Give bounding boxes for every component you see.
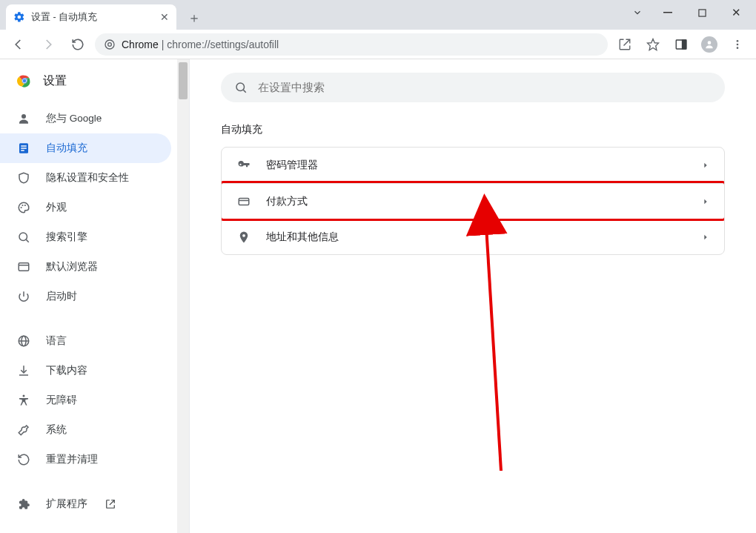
toolbar-actions — [612, 32, 750, 57]
puzzle-icon — [16, 497, 31, 512]
pin-icon — [236, 230, 251, 245]
autofill-card: 密码管理器付款方式地址和其他信息 — [221, 147, 725, 255]
window-controls: ✕ — [624, 1, 753, 24]
card-icon — [236, 194, 251, 209]
sidebar-item-palette[interactable]: 外观 — [0, 193, 171, 222]
window-minimize[interactable] — [651, 1, 685, 24]
sidebar-item-autofill[interactable]: 自动填充 — [0, 133, 171, 163]
globe-icon — [16, 334, 31, 348]
wrench-icon — [16, 423, 31, 437]
refresh-icon — [16, 452, 31, 467]
browser-icon — [16, 259, 31, 274]
search-input[interactable] — [258, 82, 712, 93]
nav-list-tertiary: 扩展程序 — [0, 488, 189, 520]
sidebar-item-power[interactable]: 启动时 — [0, 282, 171, 311]
svg-point-30 — [23, 395, 25, 397]
sidebar-item-label: 搜索引擎 — [46, 231, 87, 244]
sidebar-item-refresh[interactable]: 重置并清理 — [0, 445, 171, 474]
sidebar-item-puzzle[interactable]: 扩展程序 — [0, 489, 171, 519]
sidebar-item-search[interactable]: 搜索引擎 — [0, 222, 171, 252]
sidebar-item-wrench[interactable]: 系统 — [0, 415, 171, 445]
svg-point-22 — [19, 233, 27, 241]
menu-button[interactable] — [725, 32, 750, 57]
window-maximize[interactable] — [685, 1, 719, 24]
sidebar-item-label: 自动填充 — [46, 142, 87, 155]
sidebar-item-label: 默认浏览器 — [46, 260, 98, 274]
window-close[interactable]: ✕ — [719, 1, 753, 24]
sidebar-item-label: 下载内容 — [46, 364, 87, 377]
sidebar-item-download[interactable]: 下载内容 — [0, 356, 171, 385]
site-info-icon[interactable] — [104, 39, 116, 50]
svg-point-31 — [236, 83, 245, 91]
svg-marker-36 — [704, 199, 706, 204]
svg-point-13 — [23, 79, 27, 83]
sidebar-item-browser[interactable]: 默认浏览器 — [0, 252, 171, 282]
content-area: 自动填充 密码管理器付款方式地址和其他信息 — [190, 59, 756, 533]
svg-marker-4 — [648, 39, 659, 50]
svg-point-20 — [21, 205, 23, 206]
svg-line-32 — [243, 90, 245, 92]
sidebar-item-label: 扩展程序 — [46, 497, 87, 511]
svg-rect-6 — [683, 40, 686, 49]
chevron-right-icon — [702, 198, 709, 205]
search-icon — [16, 230, 31, 245]
browser-toolbar: Chrome | chrome://settings/autofill — [0, 30, 756, 59]
settings-row-key[interactable]: 密码管理器 — [222, 148, 724, 183]
sidebar-scrollbar[interactable] — [177, 59, 189, 533]
sidebar-item-label: 重置并清理 — [46, 453, 98, 466]
power-icon — [16, 289, 31, 304]
shield-icon — [16, 171, 31, 185]
sidebar-item-label: 外观 — [46, 201, 67, 214]
sidebar-item-shield[interactable]: 隐私设置和安全性 — [0, 163, 171, 193]
svg-rect-17 — [21, 148, 27, 149]
section-heading: 自动填充 — [221, 123, 725, 136]
address-bar[interactable]: Chrome | chrome://settings/autofill — [95, 33, 608, 56]
page-title: 设置 — [43, 73, 67, 89]
sidebar-item-label: 无障碍 — [46, 394, 77, 407]
key-icon — [236, 158, 251, 173]
sidebar: 设置 您与 Google自动填充隐私设置和安全性外观搜索引擎默认浏览器启动时 语… — [0, 59, 190, 533]
svg-rect-16 — [21, 145, 27, 147]
svg-line-23 — [26, 239, 28, 242]
sidebar-item-label: 系统 — [46, 423, 67, 437]
sidebar-item-person[interactable]: 您与 Google — [0, 104, 171, 133]
tab-search-button[interactable] — [624, 1, 651, 24]
svg-point-8 — [737, 40, 739, 42]
chrome-logo-icon — [16, 73, 33, 89]
side-panel-icon[interactable] — [669, 32, 694, 57]
new-tab-button[interactable]: ＋ — [184, 7, 205, 28]
settings-search[interactable] — [221, 73, 725, 102]
nav-list-secondary: 语言下载内容无障碍系统重置并清理 — [0, 325, 189, 476]
svg-point-14 — [21, 114, 26, 119]
svg-rect-34 — [239, 198, 249, 205]
row-label: 密码管理器 — [266, 159, 687, 172]
url-text: Chrome | chrome://settings/autofill — [122, 39, 279, 50]
download-icon — [16, 363, 31, 378]
reload-button[interactable] — [65, 32, 90, 57]
sidebar-item-label: 语言 — [46, 334, 67, 348]
profile-button[interactable] — [697, 32, 722, 57]
chevron-right-icon — [702, 234, 709, 241]
svg-marker-37 — [704, 234, 706, 239]
chevron-right-icon — [702, 162, 709, 169]
svg-rect-18 — [21, 150, 24, 151]
svg-point-7 — [708, 41, 712, 44]
back-button[interactable] — [6, 32, 31, 57]
sidebar-item-label: 隐私设置和安全性 — [46, 171, 129, 185]
share-icon[interactable] — [612, 32, 637, 57]
sidebar-item-accessibility[interactable]: 无障碍 — [0, 385, 171, 415]
svg-rect-0 — [663, 12, 672, 13]
settings-row-pin[interactable]: 地址和其他信息 — [222, 219, 724, 254]
sidebar-item-globe[interactable]: 语言 — [0, 326, 171, 356]
scrollbar-thumb[interactable] — [179, 62, 188, 99]
bookmark-icon[interactable] — [640, 32, 666, 57]
browser-tab[interactable]: 设置 - 自动填充 ✕ — [6, 4, 176, 30]
forward-button[interactable] — [36, 32, 61, 57]
nav-list-primary: 您与 Google自动填充隐私设置和安全性外观搜索引擎默认浏览器启动时 — [0, 102, 189, 313]
gear-icon — [13, 11, 25, 23]
settings-row-card[interactable]: 付款方式 — [222, 183, 724, 219]
close-tab-icon[interactable]: ✕ — [160, 11, 169, 23]
tab-title: 设置 - 自动填充 — [31, 11, 154, 24]
app-title-row: 设置 — [0, 59, 189, 102]
palette-icon — [16, 200, 31, 215]
